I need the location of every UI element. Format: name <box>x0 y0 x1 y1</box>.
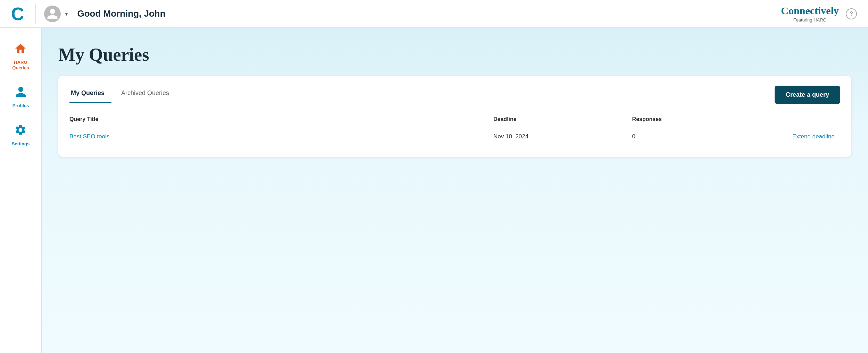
main-layout: HAROQueries Profiles Settings My Queries <box>0 28 868 353</box>
query-responses-cell: 0 <box>632 126 740 147</box>
user-chevron-icon: ▼ <box>64 11 69 17</box>
gear-icon <box>14 124 27 139</box>
sidebar-item-settings[interactable]: Settings <box>8 120 34 150</box>
header-right: Connectively Featuring HARO ? <box>781 5 857 23</box>
brand-block: Connectively Featuring HARO <box>781 5 839 23</box>
queries-table: Query Title Deadline Responses Best SEO … <box>69 113 840 147</box>
query-title-link[interactable]: Best SEO tools <box>69 133 109 140</box>
help-icon[interactable]: ? <box>846 8 857 19</box>
sidebar-item-profiles[interactable]: Profiles <box>8 82 33 112</box>
table-row: Best SEO tools Nov 10, 2024 0 Extend dea… <box>69 126 840 147</box>
sidebar-label-profiles: Profiles <box>12 103 29 109</box>
col-header-responses: Responses <box>632 113 740 126</box>
query-title-cell: Best SEO tools <box>69 126 493 147</box>
tabs: My Queries Archived Queries <box>69 87 184 103</box>
card-header: My Queries Archived Queries Create a que… <box>69 86 840 104</box>
col-header-action <box>740 113 840 126</box>
avatar-icon <box>46 8 59 20</box>
brand-name: Connectively <box>781 5 839 17</box>
page-title: My Queries <box>58 44 851 65</box>
tab-my-queries[interactable]: My Queries <box>69 87 111 103</box>
header-separator <box>35 3 36 24</box>
tab-archived-queries[interactable]: Archived Queries <box>120 87 176 103</box>
queries-card: My Queries Archived Queries Create a que… <box>58 76 851 157</box>
sidebar-label-settings: Settings <box>12 141 30 147</box>
col-header-title: Query Title <box>69 113 493 126</box>
create-query-button[interactable]: Create a query <box>775 86 840 104</box>
logo[interactable]: C <box>11 5 24 23</box>
table-header: Query Title Deadline Responses <box>69 113 840 126</box>
brand-subtitle: Featuring HARO <box>781 17 839 23</box>
card-divider <box>69 107 840 107</box>
greeting-text: Good Morning, John <box>77 8 165 19</box>
avatar <box>44 6 61 22</box>
person-icon <box>15 86 27 101</box>
home-icon <box>14 42 27 58</box>
col-header-deadline: Deadline <box>493 113 632 126</box>
header-left: C ▼ Good Morning, John <box>11 3 166 24</box>
user-menu[interactable]: ▼ <box>44 6 69 22</box>
header: C ▼ Good Morning, John Connectively Feat… <box>0 0 868 28</box>
query-deadline-cell: Nov 10, 2024 <box>493 126 632 147</box>
content-area: My Queries My Queries Archived Queries C… <box>42 28 868 353</box>
sidebar: HAROQueries Profiles Settings <box>0 28 42 353</box>
extend-deadline-link[interactable]: Extend deadline <box>792 133 835 140</box>
sidebar-item-haro-queries[interactable]: HAROQueries <box>8 39 33 74</box>
table-body: Best SEO tools Nov 10, 2024 0 Extend dea… <box>69 126 840 147</box>
sidebar-label-haro: HAROQueries <box>12 60 29 70</box>
query-action-cell: Extend deadline <box>740 126 840 147</box>
